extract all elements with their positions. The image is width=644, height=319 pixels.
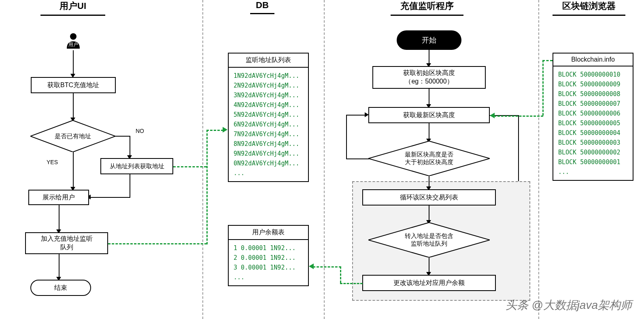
decision-match-address: 转入地址是否包含 监听地址队列	[368, 223, 490, 257]
explorer-title: Blockchain.info	[553, 53, 633, 66]
db-address-queue-title: 监听地址队列表	[228, 53, 309, 68]
step-update-balance: 更改该地址对应用户余额	[362, 275, 496, 291]
decision-compare-height: 最新区块高度是否 大于初始区块高度	[368, 141, 490, 176]
edge-label-yes: YES	[47, 159, 58, 165]
step-get-from-list: 从地址列表获取地址	[100, 158, 173, 174]
step-get-latest-height: 获取最新区块高度	[368, 107, 490, 123]
explorer-table: Blockchain.info BLOCK 50000000010BLOCK 5…	[553, 53, 633, 181]
watermark: 头条 @大数据java架构师	[506, 298, 632, 313]
db-address-list: 1N92dAV6YcHj4gM...2N92dAV6YcHj4gM...3N92…	[228, 68, 309, 182]
step-add-listen-queue: 加入充值地址监听 队列	[25, 232, 108, 254]
svg-point-0	[70, 33, 77, 40]
db-balance-table: 用户余额表 1 0.00001 1N92...2 0.00001 1N92...…	[228, 225, 309, 286]
step-end: 结束	[30, 280, 91, 296]
lane-header-db: DB	[250, 0, 274, 14]
step-loop-tx: 循环该区块交易列表	[362, 189, 496, 206]
db-address-queue-table: 监听地址队列表 1N92dAV6YcHj4gM...2N92dAV6YcHj4g…	[228, 53, 309, 182]
lane-header-explorer: 区块链浏览器	[553, 0, 625, 16]
step-get-init-height: 获取初始区块高度 （eg：500000）	[372, 66, 486, 89]
lane-divider	[324, 0, 325, 319]
lane-divider	[538, 0, 539, 319]
edge-label-no: NO	[136, 128, 144, 134]
db-balance-title: 用户余额表	[228, 225, 309, 240]
lane-divider	[202, 0, 203, 319]
step-show-user: 展示给用户	[28, 190, 89, 205]
step-start: 开始	[397, 30, 461, 50]
db-balance-list: 1 0.00001 1N92...2 0.00001 1N92...3 0.00…	[228, 240, 309, 286]
lane-header-listener: 充值监听程序	[391, 0, 463, 16]
lane-header-ui: 用户UI	[40, 0, 105, 16]
user-actor-label: 用户	[65, 41, 81, 48]
step-get-btc-address: 获取BTC充值地址	[31, 77, 116, 93]
explorer-block-list: BLOCK 50000000010BLOCK 50000000009BLOCK …	[553, 66, 633, 181]
decision-has-address: 是否已有地址	[30, 120, 115, 152]
user-actor-icon: 用户	[65, 32, 81, 50]
